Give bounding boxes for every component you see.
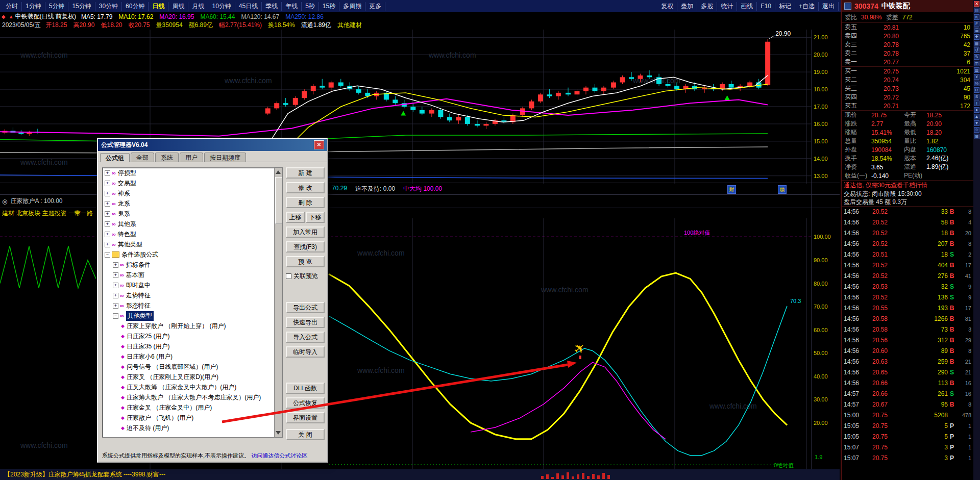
dialog-button[interactable]: 临时导入 bbox=[286, 346, 325, 358]
dialog-tab[interactable]: 系统 bbox=[155, 153, 179, 162]
tree-expander-icon[interactable]: + bbox=[105, 242, 110, 247]
tree-item[interactable]: +∞龙系 bbox=[103, 198, 282, 209]
side-strip-icon[interactable]: % bbox=[974, 81, 979, 86]
dialog-button[interactable]: 关 闭 bbox=[286, 429, 325, 440]
level-volume: 304 bbox=[899, 77, 970, 84]
tree-item[interactable]: +∞其他系 bbox=[103, 219, 282, 229]
tree-item[interactable]: ◆庄家散户 （飞机）(用户) bbox=[103, 413, 282, 423]
side-strip-icon[interactable]: ⊞ bbox=[974, 134, 979, 139]
checkbox-icon[interactable] bbox=[286, 273, 291, 279]
tree-item[interactable]: −条件选股公式 bbox=[103, 249, 282, 260]
side-strip-icon[interactable]: R bbox=[974, 87, 979, 93]
scroll-thumb[interactable] bbox=[275, 177, 282, 224]
side-strip-icon[interactable]: ▦ bbox=[974, 41, 979, 46]
tree-item[interactable]: ◆庄叉大散筹 （庄家金叉中大散户）(用户) bbox=[103, 382, 282, 392]
side-strip-icon[interactable]: ▲ bbox=[974, 114, 979, 119]
dialog-button[interactable]: 公式恢复 bbox=[286, 397, 325, 409]
tree-item[interactable]: −∞其他类型 bbox=[103, 311, 282, 321]
tree-expander-icon[interactable]: + bbox=[113, 262, 118, 268]
side-strip-icon[interactable]: ● bbox=[974, 107, 979, 113]
tree-item[interactable]: +∞停损型 bbox=[103, 168, 282, 178]
dialog-button[interactable]: 加入常用 bbox=[286, 226, 325, 238]
dialog-button[interactable]: 快速导出 bbox=[286, 317, 325, 328]
dialog-tab[interactable]: 按日期频度 bbox=[204, 153, 246, 162]
side-strip-icon[interactable]: ¥ bbox=[974, 74, 979, 80]
tree-item[interactable]: ◆迫不及待 (用户) bbox=[103, 423, 282, 433]
tree-item[interactable]: +∞交易型 bbox=[103, 178, 282, 188]
dialog-tab[interactable]: 全部 bbox=[131, 153, 154, 162]
tree-item[interactable]: +∞鬼系 bbox=[103, 209, 282, 219]
tree-item[interactable]: +∞形态特征 bbox=[103, 300, 282, 311]
side-strip-icon[interactable]: K bbox=[974, 14, 979, 20]
tree-expander-icon[interactable]: + bbox=[105, 221, 110, 227]
dialog-button[interactable]: 导入公式 bbox=[286, 332, 325, 343]
side-strip-icon[interactable]: ▤ bbox=[974, 8, 979, 13]
tree-item[interactable]: ◆日庄家25 (用户) bbox=[103, 331, 282, 341]
tree-expander-icon[interactable]: + bbox=[113, 303, 118, 309]
dialog-button[interactable]: 下移 bbox=[306, 212, 325, 223]
side-strip-icon[interactable]: ▼ bbox=[974, 120, 979, 126]
preview-checkbox[interactable]: 关联预览 bbox=[286, 272, 325, 281]
stat-label: 外盘 bbox=[845, 145, 871, 154]
dialog-button[interactable]: 删 除 bbox=[286, 197, 325, 208]
tree-expander-icon[interactable]: + bbox=[105, 211, 110, 217]
tree-expander-icon[interactable]: + bbox=[113, 283, 118, 288]
tick-list[interactable]: 14:5620.5233B814:5620.5258B414:5620.5218… bbox=[842, 206, 973, 480]
tree-item[interactable]: ◆庄家上穿散户 （刚开始上穿） (用户) bbox=[103, 321, 282, 331]
dialog-button[interactable]: 界面设置 bbox=[286, 412, 325, 423]
side-strip-icon[interactable]: ↺ bbox=[974, 47, 979, 53]
scroll-down-icon[interactable] bbox=[276, 431, 281, 435]
dialog-tab[interactable]: 公式组 bbox=[100, 153, 130, 162]
tree-item[interactable]: +∞即时盘中 bbox=[103, 280, 282, 290]
dialog-tree[interactable]: +∞停损型+∞交易型+∞神系+∞龙系+∞鬼系+∞其他系+∞特色型+∞其他类型−条… bbox=[102, 167, 283, 438]
tree-item[interactable]: ◆庄家叉 （庄家刚上叉庄家D)(用户) bbox=[103, 372, 282, 382]
side-strip-icon[interactable]: S bbox=[974, 94, 979, 99]
dialog-button[interactable]: 导出公式 bbox=[286, 302, 325, 313]
tree-expander-icon[interactable]: − bbox=[113, 313, 118, 319]
tree-expander-icon[interactable]: − bbox=[105, 252, 110, 258]
tree-item[interactable]: ◆日庄家小6 (用户) bbox=[103, 351, 282, 362]
ad-banner[interactable]: 通达信, 仅需30元查看千档行情 bbox=[842, 180, 973, 190]
dialog-button[interactable]: DLL函数 bbox=[286, 383, 325, 394]
tree-item[interactable]: +∞其他类型 bbox=[103, 239, 282, 249]
dialog-button[interactable]: 上移 bbox=[286, 212, 305, 223]
dialog-button[interactable]: 查找(F3) bbox=[286, 241, 325, 252]
tree-item[interactable]: +∞特色型 bbox=[103, 229, 282, 239]
grid-icon[interactable] bbox=[844, 3, 851, 10]
tree-expander-icon[interactable]: + bbox=[105, 232, 110, 237]
tree-item[interactable]: +∞走势特征 bbox=[103, 290, 282, 300]
dialog-close-icon[interactable]: ✕ bbox=[314, 140, 324, 149]
side-strip-icon[interactable]: ☆ bbox=[974, 127, 979, 133]
dialog-button[interactable]: 预 览 bbox=[286, 256, 325, 267]
tree-item[interactable]: +∞神系 bbox=[103, 188, 282, 198]
side-strip-icon[interactable]: ▥ bbox=[974, 67, 979, 73]
level-label: 买五 bbox=[845, 102, 863, 110]
side-strip-icon[interactable]: ✎ bbox=[974, 54, 979, 60]
tree-item[interactable]: ◆问号信号 （日线底部区域）(用户) bbox=[103, 362, 282, 372]
tree-scrollbar[interactable] bbox=[274, 168, 282, 437]
close-icon[interactable]: ✕ bbox=[974, 1, 979, 7]
side-strip-icon[interactable]: ✚ bbox=[974, 34, 979, 40]
tree-item[interactable]: ◆庄家金叉 （庄家金叉中）(用户) bbox=[103, 402, 282, 413]
side-strip-icon[interactable]: ☰ bbox=[974, 28, 979, 33]
side-strip-icon[interactable]: ◫ bbox=[974, 61, 979, 66]
tree-item[interactable]: +∞基本面 bbox=[103, 270, 282, 280]
tree-expander-icon[interactable]: + bbox=[105, 201, 110, 207]
dialog-titlebar[interactable]: 公式管理器V6.04 ✕ bbox=[98, 139, 327, 151]
tree-item[interactable]: ◆日庄家35 (用户) bbox=[103, 341, 282, 351]
tree-expander-icon[interactable]: + bbox=[105, 181, 110, 186]
scroll-up-icon[interactable] bbox=[276, 170, 281, 174]
dialog-button[interactable]: 修 改 bbox=[286, 182, 325, 193]
side-strip-icon[interactable]: F bbox=[974, 21, 979, 27]
side-strip-icon[interactable]: I bbox=[974, 100, 979, 106]
tree-expander-icon[interactable]: + bbox=[105, 191, 110, 196]
tree-item[interactable]: +∞指标条件 bbox=[103, 260, 282, 270]
dialog-button[interactable]: 新 建 bbox=[286, 167, 325, 179]
tree-item[interactable]: ◆庄家筹大散户 （庄家大散户不考虑庄家叉）(用户) bbox=[103, 392, 282, 402]
dialog-tab[interactable]: 用户 bbox=[180, 153, 203, 162]
tick-price: 20.56 bbox=[864, 337, 888, 344]
tree-expander-icon[interactable]: + bbox=[113, 272, 118, 278]
tree-expander-icon[interactable]: + bbox=[113, 293, 118, 298]
tree-expander-icon[interactable]: + bbox=[105, 170, 110, 176]
forum-link[interactable]: 访问通达信公式讨论区 bbox=[251, 452, 307, 459]
